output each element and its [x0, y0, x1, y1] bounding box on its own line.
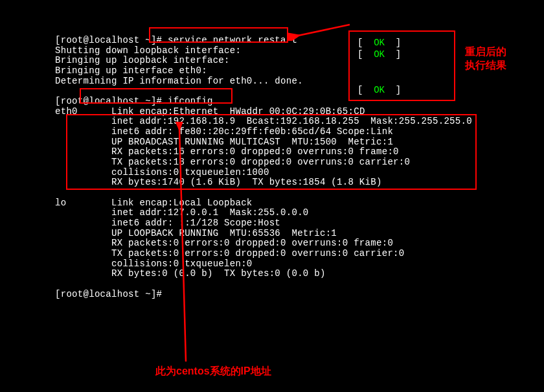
lo-line: UP LOOPBACK RUNNING MTU:65536 Metric:1: [55, 229, 544, 239]
svg-line-1: [298, 25, 350, 36]
lo-line: RX packets:0 errors:0 dropped:0 overruns…: [55, 238, 544, 249]
prompt: [root@localhost ~]#: [55, 289, 168, 299]
ok-status-box: [ OK ] [ OK ] [ OK ]: [348, 30, 455, 101]
svg-line-3: [179, 128, 186, 362]
lo-line: RX bytes:0 (0.0 b) TX bytes:0 (0.0 b): [55, 269, 544, 279]
ok-line: [ OK ]: [357, 49, 446, 60]
arrow-icon: [288, 21, 353, 41]
lo-line: collisions:0 txqueuelen:0: [55, 259, 544, 270]
annotation-ip-address: 此为centos系统的IP地址: [155, 365, 271, 378]
interface-lo: lo: [55, 198, 66, 208]
highlight-box-command2: [80, 88, 232, 104]
ok-line: [ OK ]: [357, 37, 446, 49]
highlight-box-eth0: [66, 114, 477, 190]
ok-line: [ OK ]: [357, 84, 446, 96]
lo-line: inet addr:127.0.0.1 Mask:255.0.0.0: [55, 208, 544, 218]
lo-line: inet6 addr: ::1/128 Scope:Host: [55, 218, 544, 229]
output-line: Determining IP information for eth0... d…: [55, 76, 544, 87]
highlight-box-command1: [149, 27, 288, 43]
arrow-icon: [173, 122, 199, 365]
lo-line: Link encap:Local Loopback: [66, 198, 252, 208]
lo-line: TX packets:0 errors:0 dropped:0 overruns…: [55, 249, 544, 259]
annotation-restart-result: 重启后的 执行结果: [465, 45, 506, 73]
